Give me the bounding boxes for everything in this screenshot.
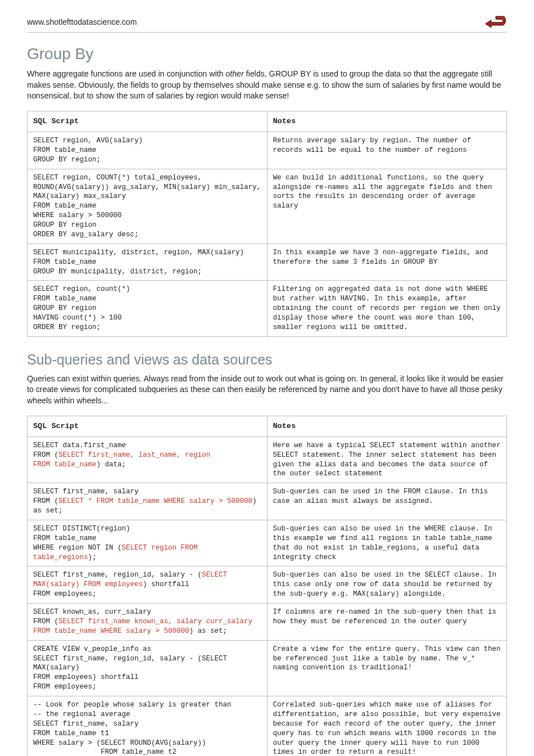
table-row: CREATE VIEW v_people_info as SELECT firs… (28, 640, 507, 696)
sql-script-cell: SELECT data.first_name FROM (SELECT firs… (28, 436, 268, 483)
notes-cell: Sub-queries can also be used in the SELE… (267, 566, 507, 604)
col-header-notes: Notes (267, 416, 507, 436)
group-by-intro: Where aggregate functions are used in co… (27, 69, 507, 102)
table-row: SELECT region, count(*) FROM table_name … (28, 281, 507, 336)
sql-script-cell: SELECT region, AVG(salary) FROM table_na… (28, 132, 268, 169)
table-row: SELECT known_as, curr_salary FROM (SELEC… (28, 604, 507, 641)
notes-cell: Here we have a typical SELECT statement … (267, 436, 507, 483)
table-row: SELECT first_name, region_id, salary - (… (28, 566, 507, 604)
sql-script-cell: SELECT known_as, curr_salary FROM (SELEC… (28, 604, 268, 641)
notes-cell: We can build in additional functions, so… (267, 169, 507, 244)
col-header-script: SQL Script (28, 416, 268, 436)
group-by-table: SQL Script Notes SELECT region, AVG(sala… (27, 111, 507, 337)
sql-script-cell: SELECT first_name, region_id, salary - (… (28, 566, 268, 604)
col-header-notes: Notes (267, 111, 507, 132)
sql-script-cell: SELECT region, COUNT(*) total_employees,… (28, 169, 268, 244)
section-title-subqueries: Sub-queries and views as data sources (27, 352, 507, 368)
notes-cell: Sub-queries can be used in the FROM clau… (267, 483, 507, 520)
site-url: www.shotlefttodatascience.com (27, 17, 137, 26)
sql-script-cell: SELECT region, count(*) FROM table_name … (28, 281, 268, 336)
notes-cell: Returns average salary by region. The nu… (267, 132, 507, 169)
table-row: SELECT DISTINCT(region) FROM table_name … (28, 520, 507, 566)
sql-script-cell: -- Look for people whose salary is great… (28, 696, 268, 757)
table-row: SELECT municipality, district, region, M… (28, 244, 507, 281)
section-title-group-by: Group By (27, 45, 507, 63)
table-row: -- Look for people whose salary is great… (28, 696, 507, 757)
notes-cell: Sub-queries can also be used in the WHER… (267, 520, 507, 566)
notes-cell: Correlated sub-queries which make use of… (267, 696, 507, 757)
table-row: SELECT region, AVG(salary) FROM table_na… (28, 132, 507, 169)
sql-script-cell: SELECT municipality, district, region, M… (28, 244, 268, 281)
notes-cell: Filtering on aggregated data is not done… (267, 281, 507, 336)
table-row: SELECT first_name, salary FROM (SELECT *… (28, 483, 507, 520)
sql-script-cell: SELECT DISTINCT(region) FROM table_name … (28, 520, 268, 566)
table-row: SELECT data.first_name FROM (SELECT firs… (28, 436, 507, 483)
back-arrow-icon (485, 14, 507, 30)
notes-cell: Create a view for the entire query. This… (267, 640, 507, 696)
page-header: www.shotlefttodatascience.com (27, 14, 507, 33)
notes-cell: If columns are re-named in the sub-query… (267, 604, 507, 641)
subqueries-intro: Queries can exist within queries. Always… (27, 374, 507, 407)
sql-script-cell: SELECT first_name, salary FROM (SELECT *… (28, 483, 268, 520)
sql-script-cell: CREATE VIEW v_people_info as SELECT firs… (28, 640, 268, 696)
col-header-script: SQL Script (28, 111, 268, 132)
table-row: SELECT region, COUNT(*) total_employees,… (28, 169, 507, 244)
notes-cell: In this example we have 3 non-aggregate … (267, 244, 507, 281)
subqueries-table: SQL Script Notes SELECT data.first_name … (27, 416, 507, 756)
